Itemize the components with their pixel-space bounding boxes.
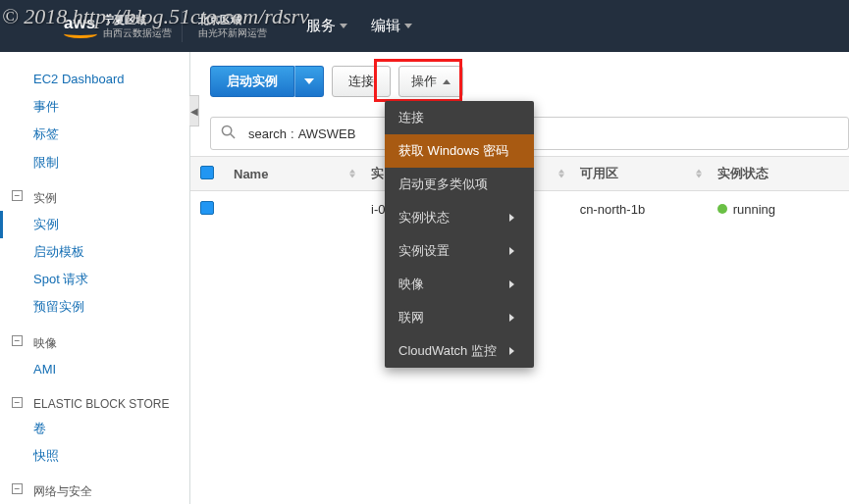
divider bbox=[182, 11, 183, 42]
submenu-arrow-icon bbox=[509, 214, 514, 222]
sidebar-item-tags[interactable]: 标签 bbox=[0, 121, 189, 148]
menu-item-launch-more[interactable]: 启动更多类似项 bbox=[385, 168, 534, 201]
submenu-arrow-icon bbox=[509, 314, 514, 322]
sidebar-item-ami[interactable]: AMI bbox=[0, 356, 189, 383]
sidebar-item-dashboard[interactable]: EC2 Dashboard bbox=[0, 66, 189, 93]
caret-up-icon bbox=[443, 79, 451, 84]
menu-item-cloudwatch[interactable]: CloudWatch 监控 bbox=[385, 334, 534, 368]
region-beijing[interactable]: 北京区域 由光环新网运营 bbox=[198, 13, 267, 39]
menu-item-instance-settings[interactable]: 实例设置 bbox=[385, 234, 534, 268]
sidebar-item-launch-templates[interactable]: 启动模板 bbox=[0, 238, 189, 266]
sidebar-collapse-button[interactable]: ◀ bbox=[189, 95, 199, 126]
status-running-icon bbox=[717, 204, 727, 214]
cell-state: running bbox=[708, 191, 849, 228]
sidebar-item-spot[interactable]: Spot 请求 bbox=[0, 266, 189, 293]
caret-down-icon bbox=[304, 78, 314, 84]
menu-item-image[interactable]: 映像 bbox=[385, 268, 534, 301]
sidebar-group-network: −网络与安全 bbox=[0, 478, 189, 504]
nav-services[interactable]: 服务 bbox=[306, 17, 347, 35]
column-availability-zone[interactable]: 可用区 bbox=[570, 157, 708, 191]
svg-point-0 bbox=[222, 126, 231, 134]
sidebar-item-limits[interactable]: 限制 bbox=[0, 149, 189, 176]
sidebar-item-snapshots[interactable]: 快照 bbox=[0, 442, 189, 470]
toolbar: 启动实例 连接 操作 bbox=[190, 52, 849, 97]
collapse-toggle-icon[interactable]: − bbox=[12, 335, 23, 346]
submenu-arrow-icon bbox=[509, 280, 514, 288]
sidebar-item-instances[interactable]: 实例 bbox=[0, 211, 189, 238]
collapse-toggle-icon[interactable]: − bbox=[12, 483, 23, 494]
menu-item-instance-state[interactable]: 实例状态 bbox=[385, 201, 534, 234]
caret-down-icon bbox=[340, 24, 347, 28]
actions-dropdown-menu: 连接 获取 Windows 密码 启动更多类似项 实例状态 实例设置 映像 联网… bbox=[385, 101, 534, 368]
checkbox-icon[interactable] bbox=[200, 166, 214, 179]
aws-logo[interactable]: aws bbox=[64, 15, 97, 38]
sidebar-item-reserved[interactable]: 预留实例 bbox=[0, 293, 189, 321]
main-content: ◀ 启动实例 连接 操作 search : AWSWEB bbox=[190, 52, 849, 504]
top-nav: aws 宁夏区域 由西云数据运营 北京区域 由光环新网运营 服务 编辑 bbox=[0, 0, 849, 52]
sidebar-group-images: −映像 bbox=[0, 329, 189, 356]
menu-item-networking[interactable]: 联网 bbox=[385, 301, 534, 334]
column-state[interactable]: 实例状态 bbox=[708, 157, 849, 191]
svg-line-1 bbox=[230, 133, 234, 137]
logo-text: aws bbox=[64, 15, 97, 31]
submenu-arrow-icon bbox=[509, 247, 514, 255]
region-ningxia[interactable]: 宁夏区域 由西云数据运营 bbox=[103, 13, 172, 39]
menu-item-connect[interactable]: 连接 bbox=[385, 101, 534, 134]
collapse-toggle-icon[interactable]: − bbox=[12, 397, 23, 408]
column-name[interactable]: Name bbox=[224, 157, 361, 191]
submenu-arrow-icon bbox=[509, 347, 514, 355]
cell-availability-zone: cn-north-1b bbox=[570, 191, 708, 228]
search-filter-chip[interactable]: search : AWSWEB bbox=[244, 126, 359, 141]
caret-down-icon bbox=[404, 24, 412, 28]
sidebar-item-events[interactable]: 事件 bbox=[0, 93, 189, 121]
search-icon bbox=[211, 125, 244, 143]
sidebar-item-volumes[interactable]: 卷 bbox=[0, 415, 189, 442]
collapse-toggle-icon[interactable]: − bbox=[12, 190, 23, 201]
connect-button[interactable]: 连接 bbox=[332, 66, 391, 97]
sidebar-group-instances: −实例 bbox=[0, 184, 189, 211]
column-checkbox[interactable] bbox=[190, 157, 224, 191]
menu-item-get-windows-password[interactable]: 获取 Windows 密码 bbox=[385, 134, 534, 168]
actions-button[interactable]: 操作 bbox=[398, 66, 463, 97]
launch-instance-button[interactable]: 启动实例 bbox=[210, 66, 294, 97]
sidebar: EC2 Dashboard 事件 标签 限制 −实例 实例 启动模板 Spot … bbox=[0, 52, 190, 504]
sidebar-group-ebs: −ELASTIC BLOCK STORE bbox=[0, 391, 189, 415]
nav-edit[interactable]: 编辑 bbox=[371, 17, 412, 35]
cell-name bbox=[224, 191, 361, 228]
row-checkbox[interactable] bbox=[200, 201, 214, 215]
launch-instance-split-button[interactable] bbox=[294, 66, 324, 97]
